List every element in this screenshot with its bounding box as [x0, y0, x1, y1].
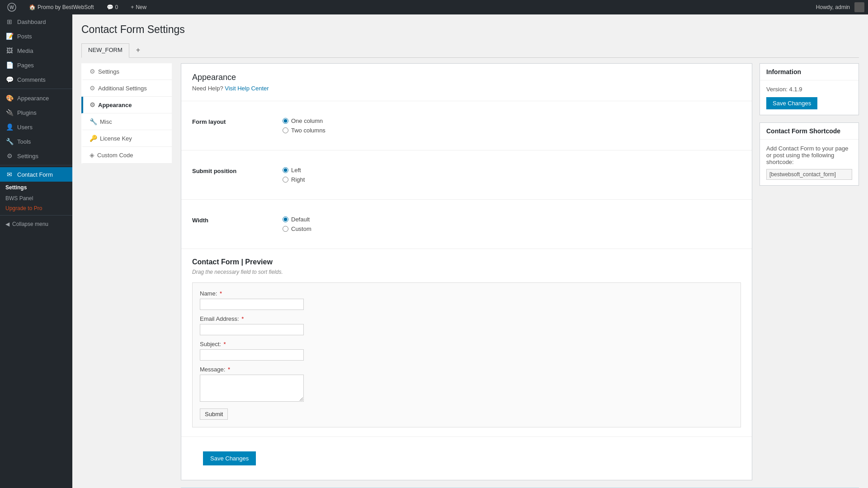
sidenav-settings[interactable]: ⚙ Settings: [81, 63, 172, 80]
shortcode-input[interactable]: [bestwebsoft_contact_form]: [766, 169, 852, 180]
sidebar-item-label: Settings: [17, 153, 38, 160]
submit-right[interactable]: Right: [283, 176, 741, 183]
sidenav-misc[interactable]: 🔧 Misc: [81, 113, 172, 130]
sidebar-item-contact-form[interactable]: ✉ Contact Form: [0, 167, 72, 182]
info-box: Information Version: 4.1.9 Save Changes: [760, 63, 859, 115]
sidebar-item-media[interactable]: 🖼 Media: [0, 43, 72, 58]
sidebar-item-pages[interactable]: 📄 Pages: [0, 58, 72, 72]
pages-icon: 📄: [5, 61, 14, 69]
sidenav-label: Misc: [100, 118, 112, 125]
svg-text:W: W: [9, 5, 14, 10]
sidenav-appearance[interactable]: ⚙ Appearance: [81, 97, 172, 113]
site-icon: 🏠: [29, 4, 36, 10]
sidebar-item-label: Comments: [17, 76, 46, 83]
admin-avatar: [854, 2, 864, 12]
sidebar-item-label: Users: [17, 124, 33, 131]
width-custom-radio[interactable]: [283, 226, 288, 232]
new-content-button[interactable]: + New: [127, 0, 150, 14]
save-changes-bottom-button[interactable]: Save Changes: [203, 451, 256, 465]
sidebar-item-users[interactable]: 👤 Users: [0, 120, 72, 134]
sidebar-item-posts[interactable]: 📝 Posts: [0, 29, 72, 43]
width-controls: Default Custom: [283, 216, 741, 232]
dashboard-icon: ⊞: [5, 18, 14, 25]
collapse-menu-button[interactable]: ◀ Collapse menu: [0, 217, 72, 231]
appearance-icon: 🎨: [5, 94, 14, 102]
submit-right-radio[interactable]: [283, 177, 288, 183]
width-custom[interactable]: Custom: [283, 225, 741, 232]
right-sidebar: Information Version: 4.1.9 Save Changes …: [760, 63, 859, 193]
preview-name-label: Name: *: [200, 290, 733, 297]
preview-message-textarea[interactable]: [200, 375, 304, 402]
sidebar-item-dashboard[interactable]: ⊞ Dashboard: [0, 14, 72, 29]
submit-position-controls: Left Right: [283, 167, 741, 183]
preview-message-label: Message: *: [200, 366, 733, 373]
comments-button[interactable]: 💬 0: [103, 0, 122, 14]
sidebar-item-label: Dashboard: [17, 19, 46, 25]
admin-bar: W 🏠 Promo by BestWebSoft 💬 0 + New Howdy…: [0, 0, 868, 14]
sidenav-custom-code[interactable]: ◈ Custom Code: [81, 147, 172, 164]
form-layout-two-columns-radio[interactable]: [283, 127, 288, 133]
width-default-radio[interactable]: [283, 216, 288, 222]
shortcode-box: Contact Form Shortcode Add Contact Form …: [760, 122, 859, 186]
shortcode-box-title: Contact Form Shortcode: [760, 123, 859, 140]
preview-submit-button[interactable]: Submit: [200, 408, 228, 420]
sidebar-item-label: Posts: [17, 33, 32, 40]
version-text: Version: 4.1.9: [766, 86, 852, 93]
submit-left-radio[interactable]: [283, 167, 288, 173]
sidebar-item-upgrade[interactable]: Upgrade to Pro: [0, 203, 72, 213]
width-default[interactable]: Default: [283, 216, 741, 223]
sidebar: ⊞ Dashboard 📝 Posts 🖼 Media 📄 Pages 💬 Co…: [0, 14, 72, 488]
preview-name-field: Name: *: [200, 290, 733, 310]
sidebar-item-settings[interactable]: ⚙ Settings: [0, 149, 72, 163]
shortcode-box-body: Add Contact Form to your page or post us…: [760, 140, 859, 185]
submit-position-section: Submit position Left Right: [181, 150, 752, 200]
sidebar-item-label: Pages: [17, 62, 34, 69]
sidenav-label: Appearance: [98, 102, 132, 108]
custom-code-nav-icon: ◈: [90, 151, 94, 159]
form-layout-one-column-radio[interactable]: [283, 118, 288, 124]
form-layout-one-column[interactable]: One column: [283, 117, 741, 124]
preview-email-input[interactable]: [200, 324, 304, 335]
main-panel: Appearance Need Help? Visit Help Center …: [181, 63, 752, 480]
settings-nav-icon: ⚙: [90, 68, 95, 75]
cf-settings-label: Settings: [0, 182, 72, 193]
media-icon: 🖼: [5, 47, 14, 54]
comments-icon: 💬: [107, 4, 113, 10]
tab-bar: NEW_FORM +: [81, 43, 859, 58]
comments-menu-icon: 💬: [5, 76, 14, 83]
sidebar-item-appearance[interactable]: 🎨 Appearance: [0, 91, 72, 105]
help-link[interactable]: Visit Help Center: [225, 85, 269, 92]
form-layout-controls: One column Two columns: [283, 117, 741, 134]
preview-subject-label: Subject: *: [200, 341, 733, 347]
sidenav-additional-settings[interactable]: ⚙ Additional Settings: [81, 80, 172, 97]
sidebar-item-label: Media: [17, 47, 33, 54]
misc-nav-icon: 🔧: [90, 118, 97, 125]
preview-email-label: Email Address: *: [200, 315, 733, 322]
tab-new-form[interactable]: NEW_FORM: [81, 43, 129, 58]
sidenav-license-key[interactable]: 🔑 License Key: [81, 130, 172, 147]
sidebar-item-plugins[interactable]: 🔌 Plugins: [0, 105, 72, 120]
submit-left[interactable]: Left: [283, 167, 741, 174]
plus-icon: +: [131, 4, 134, 10]
main-content: Contact Form Settings NEW_FORM + ⚙ Setti…: [72, 14, 868, 488]
appearance-nav-icon: ⚙: [90, 101, 95, 108]
width-section: Width Default Custom: [181, 200, 752, 249]
posts-icon: 📝: [5, 33, 14, 40]
sidebar-item-tools[interactable]: 🔧 Tools: [0, 134, 72, 149]
site-name-button[interactable]: 🏠 Promo by BestWebSoft: [25, 0, 98, 14]
width-label: Width: [192, 216, 283, 232]
preview-subject-input[interactable]: [200, 349, 304, 361]
sidebar-item-label: Appearance: [17, 95, 49, 102]
sidebar-item-label: Contact Form: [17, 171, 53, 178]
preview-name-input[interactable]: [200, 299, 304, 310]
preview-subject-field: Subject: *: [200, 341, 733, 361]
form-layout-two-columns[interactable]: Two columns: [283, 127, 741, 134]
wp-logo-button[interactable]: W: [4, 0, 20, 14]
sidebar-item-comments[interactable]: 💬 Comments: [0, 72, 72, 87]
preview-title: Contact Form | Preview: [192, 258, 741, 266]
sidebar-item-bws-panel[interactable]: BWS Panel: [0, 193, 72, 203]
preview-hint: Drag the necessary field to sort fields.: [192, 269, 741, 275]
save-changes-sidebar-button[interactable]: Save Changes: [766, 97, 817, 109]
tab-add-button[interactable]: +: [131, 43, 145, 57]
sidenav-label: Custom Code: [97, 152, 133, 159]
